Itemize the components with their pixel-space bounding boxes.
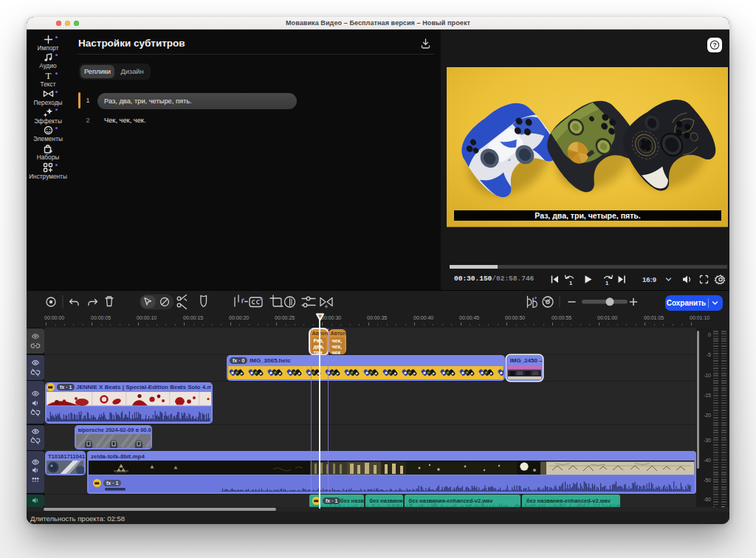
svg-text:1: 1 (569, 280, 572, 286)
svg-text:?: ? (712, 41, 716, 49)
svg-text:1: 1 (605, 280, 608, 286)
svg-text:T: T (45, 71, 51, 80)
svg-text:Раз, два, три, четыре, пять.: Раз, два, три, четыре, пять. (535, 211, 640, 220)
